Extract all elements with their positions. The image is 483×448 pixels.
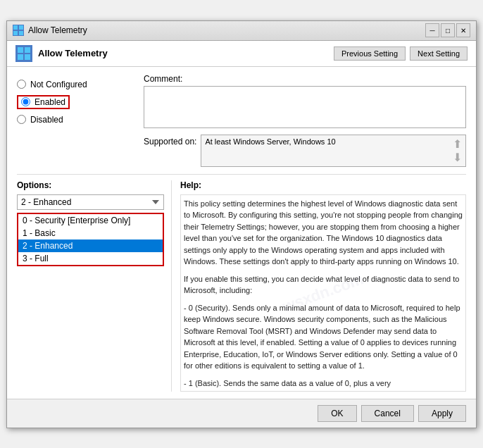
radio-not-configured[interactable]: Not Configured bbox=[17, 80, 137, 89]
footer: OK Cancel Apply bbox=[7, 399, 476, 428]
options-header: Options: bbox=[17, 180, 164, 190]
list-item-security[interactable]: 0 - Security [Enterprise Only] bbox=[18, 214, 163, 227]
top-section: Not Configured Enabled Disabled bbox=[17, 74, 466, 167]
radio-disabled-label: Disabled bbox=[30, 115, 63, 125]
svg-rect-2 bbox=[13, 31, 18, 35]
help-para-2: If you enable this setting, you can deci… bbox=[184, 273, 463, 297]
radio-not-configured-label: Not Configured bbox=[30, 80, 87, 89]
previous-setting-button[interactable]: Previous Setting bbox=[334, 46, 406, 61]
cancel-button[interactable]: Cancel bbox=[361, 405, 414, 422]
title-controls: ─ □ ✕ bbox=[425, 23, 470, 37]
header-title-text: Allow Telemetry bbox=[38, 48, 108, 58]
help-header: Help: bbox=[180, 180, 466, 190]
radio-enabled[interactable]: Enabled bbox=[17, 95, 137, 109]
comment-textarea[interactable] bbox=[144, 86, 466, 128]
options-listbox: 0 - Security [Enterprise Only] 1 - Basic… bbox=[17, 213, 164, 266]
radio-not-configured-input[interactable] bbox=[17, 80, 26, 89]
apply-button[interactable]: Apply bbox=[418, 405, 466, 422]
radio-group: Not Configured Enabled Disabled bbox=[17, 80, 137, 125]
options-col: Options: 2 - Enhanced 0 - Security [Ente… bbox=[17, 180, 172, 392]
svg-rect-4 bbox=[18, 47, 23, 53]
supported-label: Supported on: bbox=[144, 135, 196, 147]
minimize-button[interactable]: ─ bbox=[425, 23, 439, 37]
svg-rect-5 bbox=[25, 47, 30, 53]
watermark-container: This policy setting determines the highe… bbox=[180, 194, 466, 392]
header-buttons: Previous Setting Next Setting bbox=[334, 46, 468, 61]
list-item-full[interactable]: 3 - Full bbox=[18, 252, 163, 265]
supported-box: At least Windows Server, Windows 10 ⬆⬇ bbox=[201, 135, 466, 167]
radio-enabled-label: Enabled bbox=[34, 97, 65, 107]
main-window: Allow Telemetry ─ □ ✕ Allow Telemetry Pr… bbox=[6, 20, 477, 428]
radio-section: Not Configured Enabled Disabled bbox=[17, 74, 144, 130]
svg-rect-7 bbox=[25, 54, 30, 60]
svg-rect-3 bbox=[19, 31, 23, 35]
maximize-button[interactable]: □ bbox=[441, 23, 455, 37]
next-setting-button[interactable]: Next Setting bbox=[410, 46, 468, 61]
main-content: Not Configured Enabled Disabled bbox=[7, 67, 476, 399]
supported-scroll: ⬆⬇ bbox=[453, 137, 462, 164]
svg-rect-1 bbox=[19, 25, 23, 30]
options-dropdown[interactable]: 2 - Enhanced 0 - Security [Enterprise On… bbox=[17, 194, 164, 210]
comment-section: Comment: bbox=[144, 74, 466, 130]
svg-rect-6 bbox=[18, 54, 23, 60]
window-icon bbox=[13, 25, 24, 36]
help-para-4: - 1 (Basic). Sends the same data as a va… bbox=[184, 378, 463, 390]
radio-enabled-input[interactable] bbox=[21, 97, 30, 106]
close-button[interactable]: ✕ bbox=[456, 23, 470, 37]
list-item-enhanced[interactable]: 2 - Enhanced bbox=[18, 239, 163, 252]
help-para-3: - 0 (Security). Sends only a minimal amo… bbox=[184, 302, 463, 372]
help-col: Help: This policy setting determines the… bbox=[172, 180, 466, 392]
title-bar-left: Allow Telemetry bbox=[13, 25, 87, 36]
header-bar: Allow Telemetry Previous Setting Next Se… bbox=[7, 41, 476, 67]
comment-label: Comment: bbox=[144, 74, 466, 84]
help-para-1: This policy setting determines the highe… bbox=[184, 198, 463, 268]
list-item-basic[interactable]: 1 - Basic bbox=[18, 227, 163, 239]
header-title: Allow Telemetry bbox=[15, 45, 108, 62]
two-col-section: Options: 2 - Enhanced 0 - Security [Ente… bbox=[17, 174, 466, 392]
title-bar: Allow Telemetry ─ □ ✕ bbox=[7, 21, 476, 41]
header-icon bbox=[15, 45, 32, 62]
radio-disabled-input[interactable] bbox=[17, 115, 26, 124]
enabled-highlight: Enabled bbox=[17, 95, 70, 109]
supported-row: Supported on: At least Windows Server, W… bbox=[144, 135, 466, 167]
radio-disabled[interactable]: Disabled bbox=[17, 115, 137, 125]
svg-rect-0 bbox=[13, 25, 18, 30]
help-text: This policy setting determines the highe… bbox=[180, 194, 466, 392]
supported-value: At least Windows Server, Windows 10 bbox=[205, 137, 335, 146]
ok-button[interactable]: OK bbox=[318, 405, 356, 422]
title-text: Allow Telemetry bbox=[28, 25, 87, 35]
